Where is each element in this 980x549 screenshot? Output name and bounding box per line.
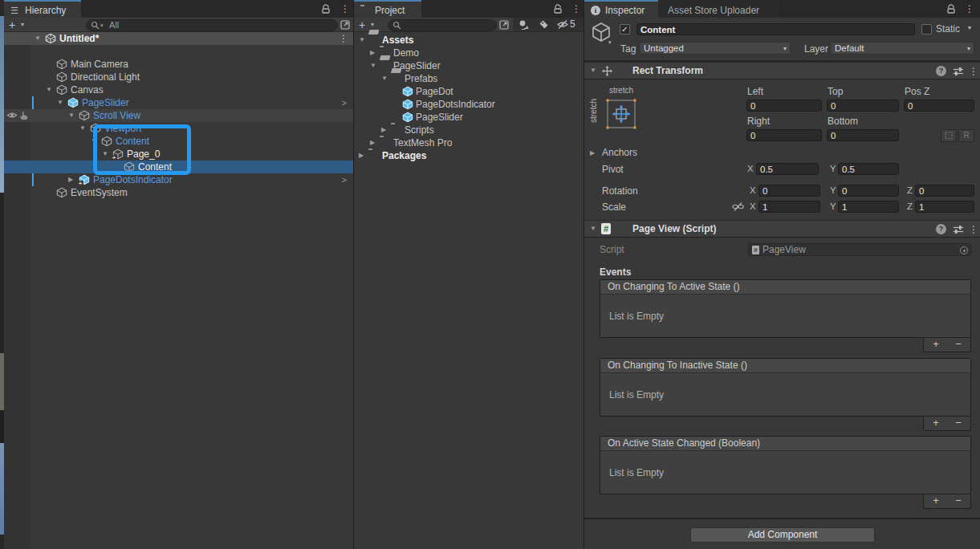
posz-field[interactable]: 0: [904, 100, 974, 112]
event-add-button[interactable]: +: [925, 338, 946, 352]
search-by-type-icon[interactable]: [518, 19, 530, 30]
foldout-closed-icon[interactable]: ▶: [370, 47, 378, 59]
rotation-z-field[interactable]: 0: [915, 185, 974, 197]
foldout-open-icon[interactable]: ▼: [359, 34, 367, 47]
event-title[interactable]: On Changing To Inactive State (): [600, 359, 970, 373]
anchor-preset-widget[interactable]: [604, 97, 638, 131]
project-row-assets[interactable]: ▼Assets: [354, 34, 584, 47]
gameobject-cube-icon[interactable]: ▾: [591, 22, 612, 44]
presets-icon[interactable]: [953, 225, 964, 234]
scale-y-field[interactable]: 1: [838, 201, 899, 213]
tab-hierarchy[interactable]: ☰ Hierarchy: [4, 0, 81, 18]
hierarchy-menu-icon[interactable]: ⋮: [340, 1, 350, 17]
anchors-label[interactable]: Anchors: [602, 147, 637, 158]
hierarchy-row-pageslider[interactable]: ▼PageSlider>: [4, 96, 353, 109]
project-row-prefabs[interactable]: ▼Prefabs: [354, 72, 584, 85]
project-add-button[interactable]: +: [359, 18, 365, 32]
project-lock-icon[interactable]: [553, 4, 563, 14]
project-row-scripts[interactable]: ▶Scripts: [354, 124, 584, 136]
scene-row[interactable]: ▼ Untitled* ⋮: [4, 32, 353, 45]
scale-z-field[interactable]: 1: [915, 201, 974, 213]
event-remove-button[interactable]: −: [948, 417, 969, 430]
foldout-open-icon[interactable]: ▼: [79, 122, 87, 135]
foldout-open-icon[interactable]: ▼: [57, 96, 65, 109]
tag-dropdown[interactable]: Untagged ▾: [639, 42, 791, 55]
static-dropdown-icon[interactable]: ▾: [968, 24, 971, 31]
inspector-menu-icon[interactable]: ⋮: [965, 1, 974, 17]
tab-asset-store-uploader[interactable]: Asset Store Uploader: [658, 0, 779, 18]
rect-transform-header[interactable]: ▼ Rect Transform ? ⋮: [584, 62, 980, 79]
tab-project[interactable]: Project: [354, 0, 421, 18]
foldout-open-icon[interactable]: ▼: [370, 59, 378, 72]
rotation-y-field[interactable]: 0: [838, 185, 899, 197]
project-row-pagedotsindicator[interactable]: PageDotsIndicator: [354, 98, 584, 111]
hierarchy-row-eventsystem[interactable]: EventSystem: [4, 186, 353, 199]
project-row-packages[interactable]: ▶Packages: [354, 149, 584, 162]
event-add-button[interactable]: +: [925, 417, 946, 430]
search-by-label-icon[interactable]: [539, 19, 549, 30]
event-title[interactable]: On Changing To Active State (): [600, 280, 970, 295]
active-checkbox[interactable]: ✓: [620, 24, 630, 35]
layer-dropdown[interactable]: Default ▾: [830, 42, 974, 55]
hidden-packages-icon[interactable]: [556, 19, 569, 30]
static-checkbox[interactable]: [921, 24, 932, 35]
left-field[interactable]: 0: [746, 100, 822, 112]
script-object-field[interactable]: # PageView: [748, 243, 971, 256]
object-picker-icon[interactable]: [960, 246, 968, 254]
bottom-field[interactable]: 0: [827, 129, 899, 141]
tab-inspector[interactable]: i Inspector: [584, 0, 658, 18]
foldout-closed-icon[interactable]: ▶: [370, 136, 378, 149]
gameobject-icon-dropdown[interactable]: ▾: [608, 39, 612, 46]
gameobject-name-field[interactable]: Content: [636, 23, 915, 35]
presets-icon[interactable]: [953, 67, 964, 76]
pivot-y-field[interactable]: 0.5: [838, 163, 899, 175]
foldout-closed-icon[interactable]: ▶: [359, 149, 367, 162]
pivot-x-field[interactable]: 0.5: [756, 163, 819, 175]
hierarchy-search-input[interactable]: ▾ All: [86, 19, 338, 31]
hierarchy-row-directional-light[interactable]: Directional Light: [4, 71, 353, 83]
event-remove-button[interactable]: −: [948, 338, 969, 352]
foldout-open-icon[interactable]: ▼: [35, 32, 43, 45]
blueprint-mode-button[interactable]: [941, 129, 957, 142]
component-menu-icon[interactable]: ⋮: [969, 63, 978, 79]
help-icon[interactable]: ?: [936, 66, 946, 76]
project-row-pageslider[interactable]: ▼PageSlider: [354, 59, 584, 72]
scale-x-field[interactable]: 1: [758, 201, 820, 213]
inspector-lock-icon[interactable]: [946, 4, 956, 14]
visibility-eye-icon[interactable]: [6, 111, 18, 120]
project-row-textmesh-pro[interactable]: ▶TextMesh Pro: [354, 136, 584, 149]
project-search-input[interactable]: [388, 19, 497, 31]
link-broken-icon[interactable]: [732, 201, 744, 212]
hierarchy-add-button[interactable]: +: [9, 18, 15, 32]
hierarchy-row-canvas[interactable]: ▼Canvas: [4, 83, 353, 96]
anchors-foldout-icon[interactable]: ▶: [590, 147, 598, 160]
foldout-closed-icon[interactable]: ▶: [68, 173, 76, 186]
hierarchy-row-scroll-view[interactable]: ▼Scroll View: [4, 109, 353, 122]
prefab-open-chevron-icon[interactable]: >: [342, 96, 347, 109]
project-menu-icon[interactable]: ⋮: [571, 1, 581, 17]
hierarchy-row-pagedotsindicator[interactable]: ▶+PageDotsIndicator>: [4, 173, 353, 186]
scene-menu-icon[interactable]: ⋮: [339, 31, 348, 47]
raw-edit-mode-button[interactable]: R: [958, 129, 974, 142]
open-search-window-icon[interactable]: [340, 20, 350, 30]
component-menu-icon[interactable]: ⋮: [969, 222, 978, 238]
project-row-pageslider[interactable]: PageSlider: [354, 111, 584, 124]
hierarchy-lock-icon[interactable]: [321, 4, 331, 14]
foldout-open-icon[interactable]: ▼: [381, 72, 389, 85]
event-remove-button[interactable]: −: [948, 494, 969, 508]
foldout-closed-icon[interactable]: ▶: [381, 124, 389, 136]
project-row-pagedot[interactable]: PageDot: [354, 85, 584, 98]
event-title[interactable]: On Active State Changed (Boolean): [600, 437, 970, 451]
help-icon[interactable]: ?: [936, 224, 946, 234]
right-field[interactable]: 0: [746, 129, 822, 141]
foldout-open-icon[interactable]: ▼: [590, 222, 598, 235]
hierarchy-add-dropdown-icon[interactable]: ▾: [21, 18, 24, 32]
pickability-hand-icon[interactable]: [19, 111, 29, 120]
event-add-button[interactable]: +: [925, 494, 946, 508]
foldout-open-icon[interactable]: ▼: [46, 83, 54, 96]
hierarchy-row-main-camera[interactable]: Main Camera: [4, 58, 353, 71]
add-component-button[interactable]: Add Component: [690, 527, 875, 543]
rotation-x-field[interactable]: 0: [758, 185, 820, 197]
search-filter-dropdown-icon[interactable]: ▾: [100, 20, 104, 31]
foldout-open-icon[interactable]: ▼: [68, 109, 76, 122]
